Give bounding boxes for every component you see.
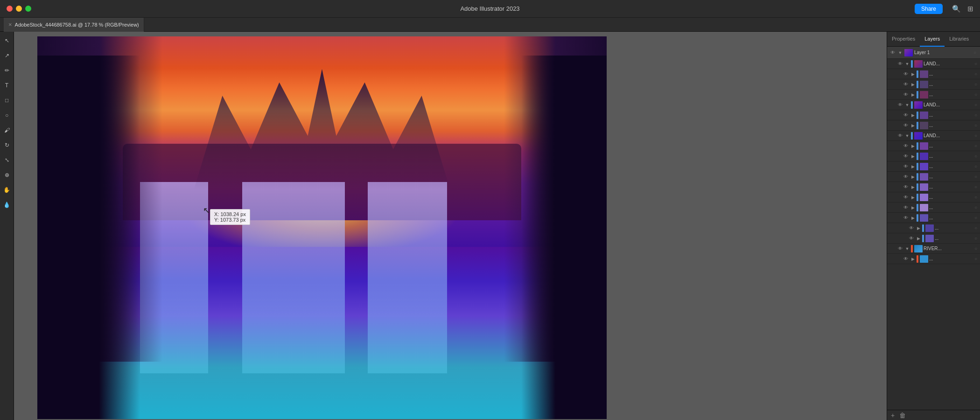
master-layer-lock[interactable]: ○ (972, 50, 978, 55)
delete-layer-icon[interactable]: 🗑 (899, 412, 906, 419)
close-button[interactable] (7, 6, 13, 12)
layer-row[interactable]: 👁 ▶ ... ○ (887, 79, 980, 90)
eye-icon[interactable]: 👁 (902, 123, 910, 128)
layer-row[interactable]: 👁 ▶ ... ○ (887, 110, 980, 120)
eye-icon[interactable]: 👁 (902, 205, 910, 210)
layer-row[interactable]: 👁 ▶ ... ○ (887, 213, 980, 223)
share-button[interactable]: Share (915, 4, 943, 14)
layer-lock[interactable]: ○ (973, 195, 979, 200)
layer-lock[interactable]: ○ (973, 205, 979, 210)
eye-icon[interactable]: 👁 (908, 236, 915, 241)
chevron-right-icon[interactable]: ▶ (910, 113, 916, 118)
chevron-right-icon[interactable]: ▶ (910, 185, 916, 189)
layer-lock[interactable]: ○ (973, 71, 979, 77)
eye-icon[interactable]: 👁 (902, 71, 910, 77)
eye-icon[interactable]: 👁 (902, 184, 910, 189)
chevron-right-icon[interactable]: ▶ (916, 226, 921, 231)
direct-select-tool[interactable]: ↗ (2, 50, 12, 61)
chevron-right-icon[interactable]: ▶ (910, 164, 916, 169)
document-tab[interactable]: × AdobeStock_444686758.ai @ 17.78 % (RGB… (4, 18, 144, 32)
eye-icon[interactable]: 👁 (902, 215, 910, 220)
chevron-down-icon[interactable]: ▼ (904, 62, 910, 66)
zoom-tool[interactable]: ⊕ (2, 170, 12, 180)
canvas-area[interactable]: ↖ X: 1038.24 px Y: 1073.73 px (14, 32, 887, 420)
fullscreen-button[interactable] (25, 6, 31, 12)
layer-row[interactable]: 👁 ▶ ... ○ (887, 182, 980, 192)
eye-icon[interactable]: 👁 (902, 154, 910, 159)
scale-tool[interactable]: ⤡ (2, 155, 12, 165)
eye-icon[interactable]: 👁 (896, 102, 904, 107)
layer-lock[interactable]: ○ (973, 123, 979, 128)
hand-tool[interactable]: ✋ (2, 185, 12, 195)
layer-row[interactable]: 👁 ▶ ... ○ (887, 69, 980, 79)
layer-lock[interactable]: ○ (973, 92, 979, 97)
layer-row[interactable]: 👁 ▶ ... ○ (887, 223, 980, 233)
layer-lock[interactable]: ○ (973, 225, 979, 231)
eye-icon[interactable]: 👁 (896, 246, 904, 251)
layer-row[interactable]: 👁 ▶ ... ○ (887, 90, 980, 100)
eye-icon[interactable]: 👁 (902, 174, 910, 179)
type-tool[interactable]: T (2, 80, 12, 91)
rotate-tool[interactable]: ↻ (2, 140, 12, 150)
layer-row[interactable]: 👁 ▼ LAND... ○ (887, 59, 980, 69)
layer-row[interactable]: 👁 ▶ ... ○ (887, 172, 980, 182)
layer-row[interactable]: 👁 ▼ RIVER... ○ (887, 244, 980, 254)
layer-lock[interactable]: ○ (973, 102, 979, 107)
chevron-right-icon[interactable]: ▶ (910, 195, 916, 200)
chevron-right-icon[interactable]: ▶ (910, 175, 916, 179)
layer-row[interactable]: 👁 ▶ ... ○ (887, 120, 980, 131)
layer-row[interactable]: 👁 ▶ ... ○ (887, 233, 980, 244)
layer-lock[interactable]: ○ (973, 112, 979, 118)
eye-icon[interactable]: 👁 (902, 143, 910, 148)
eye-icon[interactable]: 👁 (896, 61, 904, 66)
tab-layers[interactable]: Layers (920, 32, 945, 47)
tab-close-icon[interactable]: × (8, 21, 12, 28)
chevron-right-icon[interactable]: ▶ (910, 92, 916, 97)
layer-lock[interactable]: ○ (973, 133, 979, 138)
layer-lock[interactable]: ○ (973, 61, 979, 66)
chevron-right-icon[interactable]: ▶ (910, 216, 916, 220)
chevron-down-icon[interactable]: ▼ (904, 103, 910, 107)
eye-icon[interactable]: 👁 (902, 112, 910, 118)
chevron-right-icon[interactable]: ▶ (916, 236, 921, 241)
layer-lock[interactable]: ○ (973, 154, 979, 159)
layer-row[interactable]: 👁 ▶ ... ○ (887, 141, 980, 151)
chevron-right-icon[interactable]: ▶ (910, 123, 916, 128)
add-layer-icon[interactable]: + (891, 412, 895, 419)
chevron-right-icon[interactable]: ▶ (910, 257, 916, 261)
chevron-right-icon[interactable]: ▶ (910, 144, 916, 148)
brush-tool[interactable]: 🖌 (2, 125, 12, 135)
select-tool[interactable]: ↖ (2, 35, 12, 46)
eyedropper-tool[interactable]: 💧 (2, 200, 12, 210)
master-visibility-icon[interactable]: 👁 (889, 50, 896, 55)
layer-lock[interactable]: ○ (973, 246, 979, 251)
tab-libraries[interactable]: Libraries (945, 32, 973, 47)
layer-panel[interactable]: 👁 ▼ Layer 1 ○ 👁 ▼ LAND... ○ 👁 ▶ (887, 47, 980, 410)
layer-row[interactable]: 👁 ▶ ... ○ (887, 254, 980, 264)
layer-lock[interactable]: ○ (973, 236, 979, 241)
chevron-right-icon[interactable]: ▶ (910, 205, 916, 210)
chevron-right-icon[interactable]: ▶ (910, 154, 916, 159)
layer-row[interactable]: 👁 ▶ ... ○ (887, 192, 980, 203)
layer-row[interactable]: 👁 ▼ LAND... ○ (887, 100, 980, 110)
layer-lock[interactable]: ○ (973, 215, 979, 220)
eye-icon[interactable]: 👁 (902, 82, 910, 87)
eye-icon[interactable]: 👁 (902, 164, 910, 169)
pen-tool[interactable]: ✏ (2, 65, 12, 76)
eye-icon[interactable]: 👁 (902, 195, 910, 200)
chevron-right-icon[interactable]: ▶ (910, 72, 916, 77)
rectangle-tool[interactable]: □ (2, 95, 12, 105)
eye-icon[interactable]: 👁 (902, 92, 910, 97)
chevron-right-icon[interactable]: ▶ (910, 82, 916, 87)
master-expand-icon[interactable]: ▼ (897, 50, 903, 55)
eye-icon[interactable]: 👁 (902, 256, 910, 261)
master-layer-row[interactable]: 👁 ▼ Layer 1 ○ (887, 47, 980, 59)
tab-properties[interactable]: Properties (887, 32, 920, 47)
layer-lock[interactable]: ○ (973, 82, 979, 87)
layer-lock[interactable]: ○ (973, 143, 979, 148)
minimize-button[interactable] (16, 6, 22, 12)
eye-icon[interactable]: 👁 (896, 133, 904, 138)
ellipse-tool[interactable]: ○ (2, 110, 12, 120)
layer-row[interactable]: 👁 ▶ ... ○ (887, 161, 980, 172)
layer-row[interactable]: 👁 ▼ LAND... ○ (887, 131, 980, 141)
